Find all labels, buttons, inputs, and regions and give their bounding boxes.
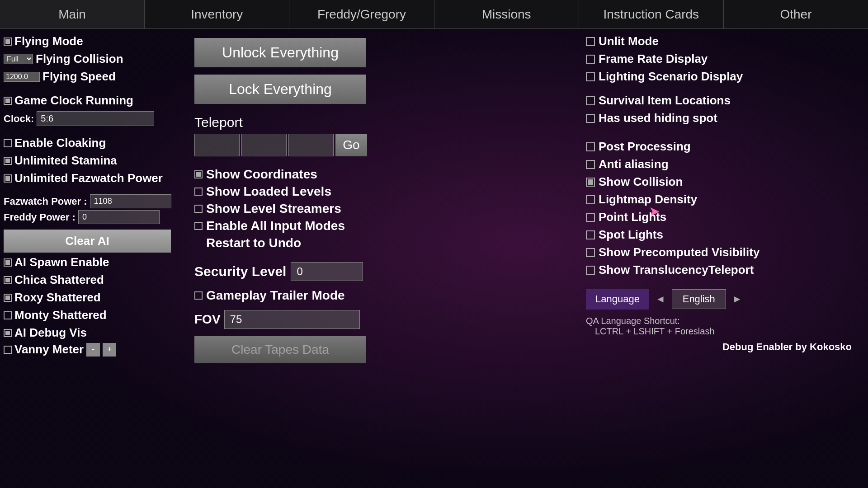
freddy-power-input[interactable] <box>78 210 160 224</box>
ai-debug-checkbox[interactable] <box>4 329 12 337</box>
language-button[interactable]: Language <box>586 289 649 310</box>
restart-to-undo-label: Restart to Undo <box>206 236 301 250</box>
chica-shattered-label: Chica Shattered <box>14 273 104 287</box>
unlit-mode-checkbox[interactable] <box>586 37 595 46</box>
roxy-shattered-row: Roxy Shattered <box>4 290 177 305</box>
anti-aliasing-label: Anti aliasing <box>599 157 669 171</box>
fazwatch-power-input[interactable] <box>90 194 171 208</box>
tab-instruction-cards[interactable]: Instruction Cards <box>579 0 724 28</box>
tab-missions[interactable]: Missions <box>434 0 579 28</box>
enable-cloaking-checkbox[interactable] <box>4 139 12 147</box>
lighting-scenario-checkbox[interactable] <box>586 72 595 81</box>
vanny-plus-button[interactable]: + <box>103 343 116 357</box>
unlimited-fazwatch-checkbox[interactable] <box>4 174 12 183</box>
tab-other[interactable]: Other <box>724 0 868 28</box>
show-coordinates-checkbox[interactable] <box>194 170 203 178</box>
vanny-minus-button[interactable]: - <box>86 343 100 357</box>
middle-options: Show Coordinates Show Loaded Levels Show… <box>194 167 565 250</box>
teleport-section: Teleport Go <box>194 115 565 156</box>
monty-shattered-label: Monty Shattered <box>14 308 107 322</box>
frame-rate-label: Frame Rate Display <box>599 52 708 66</box>
security-level-row: Security Level <box>194 262 565 281</box>
lightmap-density-checkbox[interactable] <box>586 195 595 204</box>
show-level-streamers-label: Show Level Streamers <box>206 202 341 216</box>
clock-row: Clock: <box>4 110 177 127</box>
point-lights-checkbox[interactable] <box>586 213 595 222</box>
roxy-shattered-checkbox[interactable] <box>4 294 12 302</box>
tab-main[interactable]: Main <box>0 0 145 28</box>
fov-label: FOV <box>194 312 221 327</box>
go-button[interactable]: Go <box>335 134 367 156</box>
has-used-hiding-checkbox[interactable] <box>586 114 595 123</box>
qa-shortcut-value: LCTRL + LSHIFT + Foreslash <box>586 326 715 336</box>
show-level-streamers-checkbox[interactable] <box>194 205 203 213</box>
show-collision-label: Show Collision <box>599 175 683 189</box>
anti-aliasing-checkbox[interactable] <box>586 160 595 169</box>
frame-rate-row: Frame Rate Display <box>586 51 861 67</box>
teleport-z-input[interactable] <box>288 134 334 156</box>
lang-right-arrow[interactable]: ► <box>731 291 744 307</box>
restart-to-undo-row: Restart to Undo <box>194 236 565 250</box>
unlimited-stamina-checkbox[interactable] <box>4 157 12 165</box>
clock-label: Clock: <box>4 113 34 125</box>
show-translucency-checkbox[interactable] <box>586 266 595 275</box>
tab-inventory[interactable]: Inventory <box>145 0 289 28</box>
enable-cloaking-label: Enable Cloaking <box>14 136 106 150</box>
spot-lights-checkbox[interactable] <box>586 230 595 239</box>
fov-input[interactable] <box>224 310 360 329</box>
lock-everything-button[interactable]: Lock Everything <box>194 75 366 104</box>
flying-speed-input[interactable] <box>4 72 40 82</box>
clear-ai-button[interactable]: Clear AI <box>4 230 171 253</box>
enable-all-input-checkbox[interactable] <box>194 222 203 230</box>
security-level-input[interactable] <box>291 262 363 281</box>
show-translucency-label: Show TranslucencyTeleport <box>599 263 754 277</box>
survival-item-checkbox[interactable] <box>586 96 595 105</box>
vanny-meter-row: Vanny Meter - + <box>4 343 177 357</box>
lighting-scenario-row: Lighting Scenario Display <box>586 69 861 84</box>
unlimited-fazwatch-label: Unlimited Fazwatch Power <box>14 171 163 185</box>
show-level-streamers-row: Show Level Streamers <box>194 202 565 216</box>
flying-speed-label: Flying Speed <box>42 70 116 84</box>
middle-panel: Unlock Everything Lock Everything Telepo… <box>181 29 579 488</box>
flying-speed-row: Flying Speed <box>4 69 177 84</box>
monty-shattered-checkbox[interactable] <box>4 311 12 319</box>
show-loaded-levels-label: Show Loaded Levels <box>206 184 331 199</box>
language-value: English <box>672 289 726 309</box>
show-precomputed-checkbox[interactable] <box>586 248 595 257</box>
game-clock-row: Game Clock Running <box>4 93 177 108</box>
lang-left-arrow[interactable]: ◄ <box>654 291 667 307</box>
game-clock-checkbox[interactable] <box>4 97 12 105</box>
teleport-label: Teleport <box>194 115 565 130</box>
flying-collision-dropdown[interactable]: Full None <box>4 54 33 64</box>
unlit-mode-label: Unlit Mode <box>599 34 659 48</box>
flying-mode-checkbox[interactable] <box>4 38 12 46</box>
teleport-y-input[interactable] <box>241 134 287 156</box>
unlock-everything-button[interactable]: Unlock Everything <box>194 38 366 67</box>
show-collision-checkbox[interactable] <box>586 178 595 187</box>
clock-input[interactable] <box>37 111 154 126</box>
post-processing-row: Post Processing <box>586 139 861 155</box>
flying-mode-label: Flying Mode <box>14 34 83 48</box>
post-processing-checkbox[interactable] <box>586 142 595 151</box>
ai-spawn-checkbox[interactable] <box>4 258 12 267</box>
clear-tapes-button[interactable]: Clear Tapes Data <box>194 336 366 363</box>
survival-item-row: Survival Item Locations <box>586 93 861 108</box>
point-lights-row: Point Lights <box>586 209 861 225</box>
spot-lights-row: Spot Lights <box>586 227 861 243</box>
chica-shattered-checkbox[interactable] <box>4 276 12 284</box>
ai-spawn-row: AI Spawn Enable <box>4 254 177 270</box>
teleport-x-input[interactable] <box>194 134 240 156</box>
gameplay-trailer-row: Gameplay Trailer Mode <box>194 288 565 303</box>
tab-freddy-gregory[interactable]: Freddy/Gregory <box>289 0 434 28</box>
ai-debug-row: AI Debug Vis <box>4 325 177 341</box>
show-coordinates-label: Show Coordinates <box>206 167 317 182</box>
vanny-meter-checkbox[interactable] <box>4 346 12 354</box>
qa-shortcut-section: QA Language Shortcut: LCTRL + LSHIFT + F… <box>586 316 861 337</box>
left-panel: Flying Mode Full None Flying Collision F… <box>0 29 181 488</box>
frame-rate-checkbox[interactable] <box>586 55 595 64</box>
unlimited-stamina-row: Unlimited Stamina <box>4 153 177 169</box>
ai-spawn-label: AI Spawn Enable <box>14 255 109 269</box>
show-loaded-levels-checkbox[interactable] <box>194 188 203 196</box>
gameplay-trailer-checkbox[interactable] <box>194 291 203 300</box>
vanny-meter-label: Vanny Meter <box>14 343 84 357</box>
